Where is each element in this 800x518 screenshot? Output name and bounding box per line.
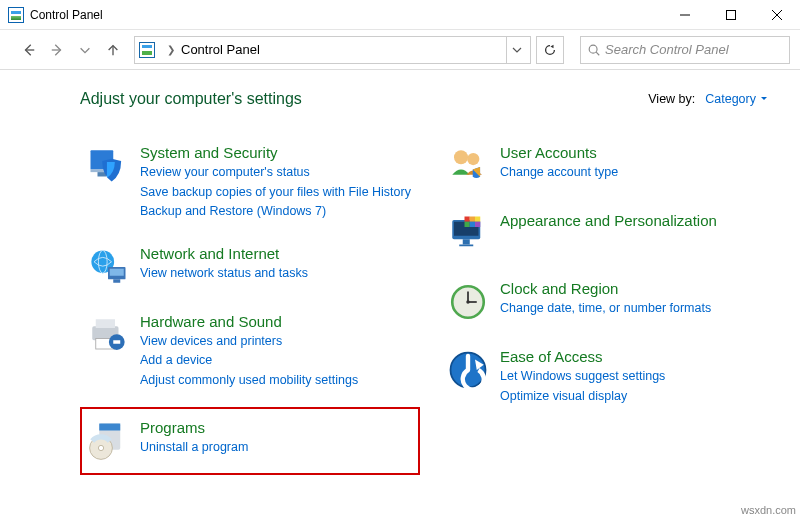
svg-rect-24 — [99, 424, 120, 431]
svg-point-8 — [589, 45, 597, 53]
category-column-left: System and Security Review your computer… — [80, 138, 420, 475]
disc-box-icon — [86, 419, 130, 463]
svg-point-27 — [454, 150, 468, 164]
page-title: Adjust your computer's settings — [80, 90, 302, 108]
control-panel-icon — [139, 42, 155, 58]
maximize-button[interactable] — [708, 0, 754, 30]
clock-icon — [446, 280, 490, 324]
view-by-label: View by: — [648, 92, 695, 106]
content-area: Adjust your computer's settings View by:… — [0, 70, 800, 485]
svg-rect-33 — [465, 217, 470, 222]
content-header: Adjust your computer's settings View by:… — [80, 90, 780, 108]
svg-rect-17 — [113, 279, 120, 283]
category-programs: Programs Uninstall a program — [80, 407, 420, 475]
category-system-security: System and Security Review your computer… — [80, 138, 420, 227]
category-hardware-sound: Hardware and Sound View devices and prin… — [80, 307, 420, 396]
category-link[interactable]: Backup and Restore (Windows 7) — [140, 203, 411, 221]
window-controls — [662, 0, 800, 30]
refresh-button[interactable] — [536, 36, 564, 64]
titlebar: Control Panel — [0, 0, 800, 30]
category-title[interactable]: Programs — [140, 419, 248, 437]
chevron-right-icon[interactable]: ❯ — [161, 44, 181, 55]
svg-line-9 — [596, 52, 599, 55]
category-link[interactable]: Adjust commonly used mobility settings — [140, 372, 358, 390]
svg-rect-31 — [463, 239, 470, 244]
breadcrumb[interactable]: Control Panel — [181, 42, 260, 57]
category-title[interactable]: Ease of Access — [500, 348, 665, 366]
category-link[interactable]: Uninstall a program — [140, 439, 248, 457]
navbar: ❯ Control Panel Search Control Panel — [0, 30, 800, 70]
category-link[interactable]: Add a device — [140, 352, 358, 370]
category-appearance-personalization: Appearance and Personalization — [440, 206, 780, 262]
category-clock-region: Clock and Region Change date, time, or n… — [440, 274, 780, 330]
search-input[interactable]: Search Control Panel — [580, 36, 790, 64]
category-title[interactable]: Hardware and Sound — [140, 313, 358, 331]
svg-rect-32 — [459, 245, 473, 247]
address-bar[interactable]: ❯ Control Panel — [134, 36, 531, 64]
watermark: wsxdn.com — [741, 504, 796, 516]
category-title[interactable]: Clock and Region — [500, 280, 711, 298]
svg-point-42 — [466, 300, 470, 304]
svg-rect-36 — [470, 222, 475, 227]
svg-point-28 — [467, 153, 479, 165]
svg-point-26 — [98, 445, 103, 450]
svg-rect-38 — [475, 222, 480, 227]
category-title[interactable]: User Accounts — [500, 144, 618, 162]
svg-rect-34 — [470, 217, 475, 222]
view-by-value: Category — [705, 92, 756, 106]
category-network-internet: Network and Internet View network status… — [80, 239, 420, 295]
category-link[interactable]: View devices and printers — [140, 333, 358, 351]
svg-rect-37 — [475, 217, 480, 222]
category-link[interactable]: Change date, time, or number formats — [500, 300, 711, 318]
shield-icon — [86, 144, 130, 188]
close-button[interactable] — [754, 0, 800, 30]
category-grid: System and Security Review your computer… — [80, 138, 780, 475]
svg-rect-22 — [113, 340, 120, 344]
svg-rect-19 — [96, 319, 115, 328]
category-link[interactable]: Let Windows suggest settings — [500, 368, 665, 386]
category-link[interactable]: Review your computer's status — [140, 164, 411, 182]
monitor-colors-icon — [446, 212, 490, 256]
svg-rect-1 — [727, 10, 736, 19]
control-panel-icon — [8, 7, 24, 23]
recent-locations-button[interactable] — [74, 39, 96, 61]
back-button[interactable] — [18, 39, 40, 61]
search-placeholder: Search Control Panel — [605, 42, 729, 57]
view-by-dropdown[interactable]: Category — [705, 92, 768, 106]
forward-button[interactable] — [46, 39, 68, 61]
minimize-button[interactable] — [662, 0, 708, 30]
search-icon — [587, 43, 601, 57]
category-column-right: User Accounts Change account type — [440, 138, 780, 475]
category-title[interactable]: System and Security — [140, 144, 411, 162]
globe-network-icon — [86, 245, 130, 289]
users-icon — [446, 144, 490, 188]
ease-of-access-icon — [446, 348, 490, 392]
up-button[interactable] — [102, 39, 124, 61]
category-user-accounts: User Accounts Change account type — [440, 138, 780, 194]
svg-rect-35 — [465, 222, 470, 227]
category-link[interactable]: Change account type — [500, 164, 618, 182]
address-dropdown[interactable] — [506, 37, 526, 63]
category-link[interactable]: Save backup copies of your files with Fi… — [140, 184, 411, 202]
printer-icon — [86, 313, 130, 357]
svg-marker-7 — [550, 44, 553, 48]
category-title[interactable]: Network and Internet — [140, 245, 308, 263]
category-link[interactable]: View network status and tasks — [140, 265, 308, 283]
window-title: Control Panel — [30, 8, 103, 22]
view-by: View by: Category — [648, 92, 780, 106]
chevron-down-icon — [760, 95, 768, 103]
category-ease-of-access: Ease of Access Let Windows suggest setti… — [440, 342, 780, 411]
category-link[interactable]: Optimize visual display — [500, 388, 665, 406]
svg-rect-16 — [110, 268, 124, 275]
category-title[interactable]: Appearance and Personalization — [500, 212, 717, 230]
